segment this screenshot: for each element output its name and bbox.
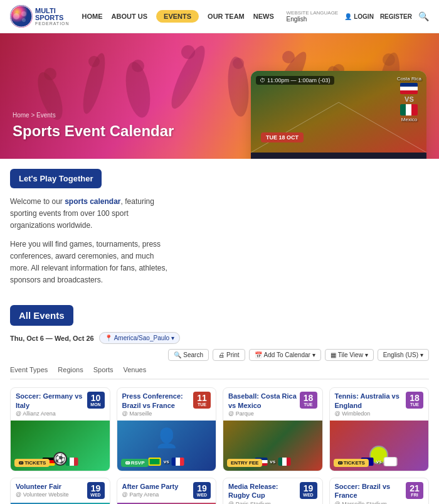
vs-overlay: vs [149, 458, 184, 466]
svg-point-3 [22, 18, 26, 22]
clock-icon: ⏱ [260, 77, 265, 83]
event-name: Baseball: Costa Rica vs Mexico [228, 392, 300, 410]
events-toolbar: Thu, Oct 6 — Wed, Oct 26 📍 America/Sao_P… [10, 332, 429, 361]
intro-section: Let's Play Together Welcome to our sport… [10, 169, 429, 292]
chevron-icon: ▾ [312, 351, 315, 358]
hero-title: Sports Event Calendar [13, 122, 174, 140]
nav-news[interactable]: NEWS [253, 13, 274, 20]
event-name: Soccer: Brazil vs France [335, 482, 406, 500]
filter-event-types[interactable]: Event Types [10, 366, 48, 375]
filter-venues[interactable]: Venues [124, 366, 147, 375]
event-card-press-conference[interactable]: Press Conference: Brazil vs France @ Mar… [117, 387, 217, 471]
event-image: vs ENTRY FEE [223, 421, 322, 471]
events-grid-row2: Volunteer Fair @ Volunteer Website 19 WE… [10, 478, 429, 504]
nav-team[interactable]: OUR TEAM [208, 13, 245, 20]
event-card-header: Volunteer Fair @ Volunteer Website 19 WE… [11, 478, 110, 503]
event-name: Soccer: Germany vs Italy [16, 392, 87, 410]
language-button[interactable]: English (US) ▾ [378, 349, 429, 361]
event-date-badge: 10 MON [87, 392, 105, 409]
main-nav: HOME ABOUT US EVENTS OUR TEAM NEWS [82, 10, 287, 23]
svg-point-16 [181, 45, 195, 59]
event-venue: @ Allianz Arena [16, 410, 87, 417]
person-silhouette: 👤 [155, 427, 178, 449]
event-card-baseball[interactable]: Baseball: Costa Rica vs Mexico @ Parque … [223, 387, 323, 471]
country1-name: Costa Rica [397, 76, 421, 82]
svg-point-13 [44, 68, 56, 80]
ticket-badge: 🎟 RSVP [121, 459, 149, 467]
featured-event-card[interactable]: ⏱ 11:00pm — 1:00am (-03) Costa Rica VS M… [251, 71, 426, 159]
intro-left: Let's Play Together Welcome to our sport… [10, 169, 173, 292]
svg-point-17 [233, 58, 244, 69]
all-events-heading: All Events [10, 305, 73, 326]
events-filters: Event Types Regions Sports Venues [10, 366, 429, 380]
featured-card-image: ⏱ 11:00pm — 1:00am (-03) Costa Rica VS M… [251, 71, 426, 153]
hero-banner: Home > Events Sports Event Calendar ⏱ [0, 33, 439, 159]
print-icon: 🖨 [218, 351, 225, 358]
chevron-down-icon: ▾ [171, 335, 174, 341]
nav-about[interactable]: ABOUT US [112, 13, 147, 20]
event-name: Media Release: Rugby Cup [228, 482, 300, 500]
svg-point-20 [383, 53, 395, 66]
event-card-soccer-brazil[interactable]: Soccer: Brazil vs France @ Marseille Sta… [329, 478, 430, 504]
event-card-rugby[interactable]: Media Release: Rugby Cup @ Paris Stadium… [223, 478, 323, 504]
play-together-heading: Let's Play Together [10, 169, 102, 188]
vs-label: VS [405, 95, 414, 103]
toolbar-actions: 🔍 Search 🖨 Print 📅 Add To Calendar ▾ ▦ T… [168, 349, 429, 361]
rsvp-icon: 🎟 [125, 460, 130, 466]
flag-brazil [149, 458, 161, 466]
timezone-button[interactable]: 📍 America/Sao_Paulo ▾ [99, 332, 180, 344]
filter-regions[interactable]: Regions [58, 366, 83, 375]
date-range: Thu, Oct 6 — Wed, Oct 26 [10, 335, 94, 342]
vs-text: vs [164, 459, 169, 464]
featured-card-body: Baseball: Costa Rica vs Mexico [251, 153, 426, 159]
event-card-party[interactable]: After Game Party @ Party Arena 19 WED [117, 478, 217, 504]
event-card-header: Baseball: Costa Rica vs Mexico @ Parque … [223, 388, 322, 421]
flag-italy [65, 458, 78, 466]
user-icon: 👤 [344, 13, 352, 20]
filter-sports[interactable]: Sports [93, 366, 114, 375]
logo-text: MULTISPORTS [35, 8, 70, 21]
flag-costa-rica [400, 83, 418, 94]
calendar-icon: 📅 [255, 351, 262, 358]
event-card-soccer-germany[interactable]: Soccer: Germany vs Italy @ Allianz Arena… [10, 387, 110, 471]
event-date-badge: 18 TUE [300, 392, 317, 409]
logo-sub: FEDERATION [35, 21, 70, 26]
event-venue: @ Marseille [122, 410, 194, 417]
search-button[interactable]: 🔍 Search [168, 349, 209, 361]
chevron-icon-2: ▾ [365, 351, 368, 358]
print-button[interactable]: 🖨 Print [213, 349, 245, 361]
event-card-header: Press Conference: Brazil vs France @ Mar… [117, 388, 216, 421]
lang-value[interactable]: English [287, 16, 339, 23]
event-date-badge: 11 TUE [193, 392, 211, 409]
login-button[interactable]: 👤 LOGIN [344, 13, 374, 20]
event-image: vs ⚽ 🎟 TICKETS [11, 421, 110, 471]
flag-mx [278, 458, 290, 466]
event-card-header: Media Release: Rugby Cup @ Paris Stadium… [223, 478, 322, 504]
location-icon: 📍 [105, 335, 112, 341]
language-selector[interactable]: WEBSITE LANGUAGE English [287, 10, 339, 23]
event-date-badge: 19 WED [87, 482, 105, 499]
event-date-badge: 18 TUE [406, 392, 423, 409]
flag-mexico [400, 104, 418, 115]
logo-icon [10, 5, 33, 28]
event-image: vs 🎟 TICKETS [330, 421, 429, 471]
add-to-calendar-button[interactable]: 📅 Add To Calendar ▾ [249, 349, 321, 361]
svg-point-1 [13, 13, 19, 19]
event-card-header: Soccer: Germany vs Italy @ Allianz Arena… [11, 388, 110, 421]
event-card-tennis[interactable]: Tennis: Australia vs England @ Wimbledon… [329, 387, 430, 471]
event-card-volunteer[interactable]: Volunteer Fair @ Volunteer Website 19 WE… [10, 478, 110, 504]
logo: MULTISPORTS FEDERATION [10, 5, 70, 28]
register-button[interactable]: REGISTER [380, 13, 412, 20]
nav-home[interactable]: HOME [82, 13, 103, 20]
event-card-header: After Game Party @ Party Arena 19 WED [117, 478, 216, 503]
event-date-badge: 19 WED [300, 482, 317, 499]
all-events-section: All Events Thu, Oct 6 — Wed, Oct 26 📍 Am… [10, 305, 429, 504]
flag-france [172, 458, 184, 466]
event-name: Volunteer Fair [16, 482, 69, 491]
search-icon[interactable]: 🔍 [418, 11, 429, 21]
event-venue: @ Parque [228, 410, 300, 417]
events-grid-row1: Soccer: Germany vs Italy @ Allianz Arena… [10, 387, 429, 471]
featured-date-badge: TUE 18 OCT [261, 132, 304, 142]
nav-events[interactable]: EVENTS [156, 10, 199, 23]
tile-view-button[interactable]: ▦ Tile View ▾ [325, 349, 374, 361]
